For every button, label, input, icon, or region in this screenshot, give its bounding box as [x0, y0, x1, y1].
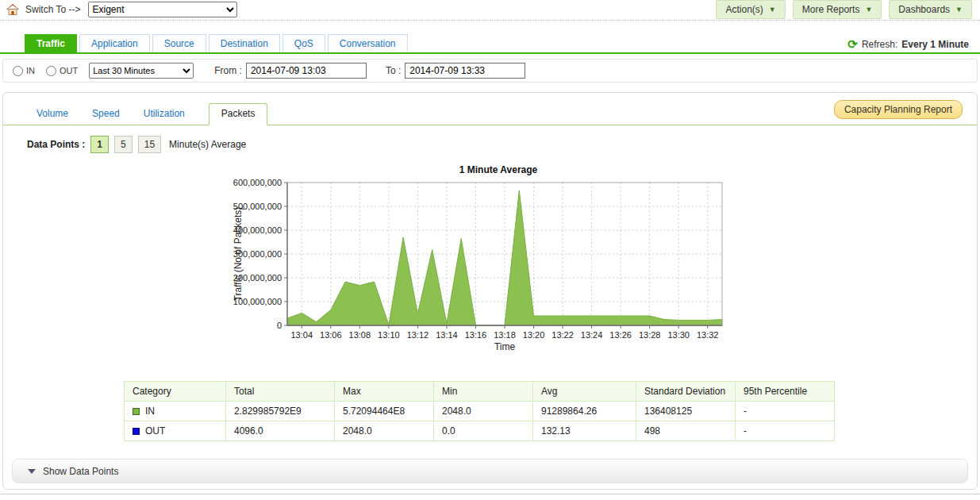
collapse-arrow-icon: [28, 469, 36, 474]
to-input[interactable]: [405, 63, 525, 79]
x-tick-label: 13:22: [551, 330, 574, 340]
x-tick-label: 13:04: [291, 330, 313, 340]
table-header-95th-percentile: 95th Percentile: [736, 382, 835, 402]
action-s-button-label: Action(s): [725, 4, 763, 15]
data-point-button-15[interactable]: 15: [138, 136, 161, 153]
x-tick-label: 13:30: [667, 330, 690, 340]
subtab-utilization[interactable]: Utilization: [144, 108, 185, 125]
chevron-down-icon: ▼: [769, 6, 776, 13]
x-tick-label: 13:12: [407, 330, 429, 340]
table-row-out: OUT4096.02048.00.0132.13498-: [125, 421, 835, 441]
value-cell: -: [736, 402, 835, 421]
out-radio-label: OUT: [60, 66, 78, 75]
y-tick-label: 0: [277, 321, 282, 330]
tab-conversation[interactable]: Conversation: [328, 34, 408, 52]
capacity-planning-report-button[interactable]: Capacity Planning Report: [834, 100, 963, 119]
from-label: From :: [214, 65, 242, 76]
category-cell-out: OUT: [125, 421, 226, 441]
from-input[interactable]: [246, 63, 367, 79]
home-icon[interactable]: [6, 4, 19, 15]
x-tick-label: 13:10: [378, 330, 400, 340]
dashboards-button-label: Dashboards: [898, 4, 950, 15]
tab-qos[interactable]: QoS: [282, 34, 325, 52]
value-cell: 2048.0: [335, 421, 434, 441]
subtab-volume[interactable]: Volume: [37, 108, 68, 125]
value-cell: 498: [636, 421, 736, 441]
to-label: To :: [386, 65, 401, 76]
main-tab-bar: TrafficApplicationSourceDestinationQoSCo…: [0, 36, 980, 54]
x-tick-label: 13:08: [349, 330, 371, 340]
table-row-in: IN2.829985792E95.72094464E82048.09128986…: [125, 402, 835, 421]
data-point-button-5[interactable]: 5: [114, 136, 133, 153]
value-cell: 91289864.26: [533, 402, 636, 421]
refresh-status: ⟳ Refresh: Every 1 Minute: [847, 39, 969, 50]
tab-application[interactable]: Application: [79, 34, 150, 52]
period-select[interactable]: Last 30 Minutes: [89, 63, 194, 79]
report-panel: VolumeSpeedUtilizationPackets Capacity P…: [2, 92, 978, 490]
value-cell: 136408125: [636, 402, 736, 421]
x-tick-label: 13:24: [581, 330, 603, 340]
table-header-standard-deviation: Standard Deviation: [636, 382, 736, 402]
x-tick-label: 13:28: [639, 330, 661, 340]
table-header-min: Min: [434, 382, 533, 402]
value-cell: 0.0: [434, 421, 533, 441]
series-swatch-in: [133, 408, 140, 415]
value-cell: 4096.0: [226, 421, 335, 441]
subtab-speed[interactable]: Speed: [92, 108, 120, 125]
x-tick-label: 13:16: [465, 330, 487, 340]
table-header-category: Category: [125, 382, 226, 402]
show-data-points-label: Show Data Points: [43, 466, 118, 477]
x-tick-label: 13:18: [494, 330, 516, 340]
x-axis-title: Time: [494, 341, 516, 352]
data-points-row: Data Points : 1515 Minute(s) Average: [3, 125, 977, 153]
tab-destination[interactable]: Destination: [209, 34, 280, 52]
tab-source[interactable]: Source: [152, 34, 206, 52]
value-cell: 2.829985792E9: [226, 402, 335, 421]
switch-to-label: Switch To -->: [25, 4, 80, 15]
in-radio[interactable]: [13, 66, 23, 76]
refresh-label: Refresh:: [862, 39, 897, 50]
chevron-down-icon: ▼: [955, 6, 963, 13]
switch-to-select[interactable]: Exigent: [88, 2, 237, 17]
x-tick-label: 13:14: [436, 330, 458, 340]
minutes-average-label: Minute(s) Average: [169, 139, 246, 150]
table-header-max: Max: [335, 382, 434, 402]
x-tick-label: 13:32: [697, 330, 719, 340]
value-cell: 132.13: [533, 421, 636, 441]
summary-table-header-row: CategoryTotalMaxMinAvgStandard Deviation…: [125, 382, 835, 402]
y-axis-title: Traffic (No of Packets): [233, 207, 244, 302]
traffic-chart-svg: 0100,000,000200,000,000300,000,000400,00…: [232, 179, 757, 363]
filter-bar: IN OUT Last 30 Minutes From : To :: [2, 59, 978, 83]
action-s-button[interactable]: Action(s)▼: [716, 0, 785, 19]
refresh-icon[interactable]: ⟳: [847, 40, 858, 49]
data-point-button-1[interactable]: 1: [90, 136, 109, 153]
x-tick-label: 13:26: [609, 330, 632, 340]
chart-title: 1 Minute Average: [232, 164, 757, 175]
chevron-down-icon: ▼: [865, 6, 872, 13]
page: Switch To --> Exigent Action(s)▼More Rep…: [0, 0, 980, 500]
value-cell: -: [736, 421, 835, 441]
data-points-buttons: 1515: [90, 136, 161, 153]
series-swatch-out: [133, 428, 140, 435]
out-radio[interactable]: [46, 66, 56, 76]
data-points-label: Data Points :: [27, 139, 85, 150]
subtab-packets[interactable]: Packets: [209, 103, 268, 125]
table-header-avg: Avg: [533, 382, 636, 402]
bottom-separator: [0, 494, 980, 494]
traffic-chart: 1 Minute Average 0100,000,000200,000,000…: [232, 164, 757, 365]
table-header-total: Total: [226, 382, 335, 402]
refresh-interval: Every 1 Minute: [901, 39, 969, 50]
top-menu-buttons: Action(s)▼More Reports▼Dashboards▼: [716, 0, 972, 19]
value-cell: 2048.0: [434, 402, 533, 421]
top-bar: Switch To --> Exigent Action(s)▼More Rep…: [0, 0, 980, 21]
more-reports-button[interactable]: More Reports▼: [793, 0, 882, 19]
main-tabs: TrafficApplicationSourceDestinationQoSCo…: [25, 34, 410, 52]
more-reports-button-label: More Reports: [802, 4, 860, 15]
in-radio-label: IN: [26, 66, 35, 75]
show-data-points-toggle[interactable]: Show Data Points: [12, 459, 968, 483]
category-cell-in: IN: [125, 402, 226, 421]
dashboards-button[interactable]: Dashboards▼: [889, 0, 972, 19]
report-subtabs: VolumeSpeedUtilizationPackets: [3, 93, 977, 125]
tab-traffic[interactable]: Traffic: [25, 34, 77, 52]
x-tick-label: 13:06: [320, 330, 342, 340]
